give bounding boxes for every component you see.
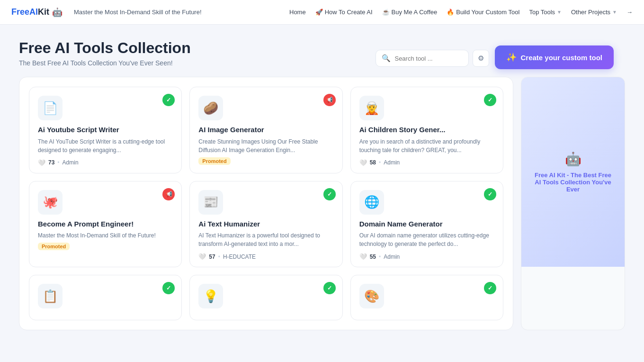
tool-card[interactable]: ✓ 🌐 Domain Name Generator Our AI domain … <box>350 181 503 268</box>
heart-icon: 🤍 <box>359 253 367 260</box>
tool-card[interactable]: 📢 🐙 Become A Prompt Engineer! Master the… <box>29 181 182 268</box>
card-icon: 🌐 <box>359 190 384 215</box>
search-icon: 🔍 <box>382 54 391 63</box>
coffee-label: Buy Me A Coffee <box>392 9 438 16</box>
rocket-icon: 🚀 <box>315 9 323 16</box>
search-bar-wrap: 🔍 ⚙ <box>376 50 489 67</box>
tool-card[interactable]: ✓ 📰 Ai Text Humanizer AI Text Humanizer … <box>189 181 342 268</box>
card-icon: 📋 <box>38 284 63 308</box>
like-count: 58 <box>370 159 376 166</box>
sidebar-ad-content: 🤖 Free AI Kit - The Best Free AI Tools C… <box>521 77 625 267</box>
card-icon: 📰 <box>198 190 223 215</box>
card-badge: ✓ <box>484 94 496 106</box>
nav-custom-tool[interactable]: 🔥 Build Your Custom Tool <box>447 9 519 16</box>
card-icon: 🧝 <box>359 96 384 120</box>
card-footer: 🤍 58 • Admin <box>359 159 494 166</box>
page-header: Free AI Tools Collection The Best Free A… <box>0 25 644 77</box>
filter-button[interactable]: ⚙ <box>473 50 489 67</box>
create-custom-tool-button[interactable]: ✨ Create your custom tool <box>495 45 614 69</box>
card-footer: 🤍 55 • Admin <box>359 253 494 260</box>
dot-separator: • <box>218 253 220 260</box>
like-count: 57 <box>209 253 215 260</box>
card-icon: 📄 <box>38 96 63 120</box>
card-desc: AI Text Humanizer is a powerful tool des… <box>198 231 333 248</box>
card-icon: 💡 <box>198 284 223 308</box>
card-title: AI Image Generator <box>198 125 333 135</box>
card-icon: 🥔 <box>198 96 223 120</box>
card-footer: 🤍 73 • Admin <box>38 159 173 166</box>
sidebar-ad: 🤖 Free AI Kit - The Best Free AI Tools C… <box>521 77 625 330</box>
card-title: Become A Prompt Engineer! <box>38 219 173 229</box>
tools-grid: ✓ 📄 Ai Youtube Script Writer The AI YouT… <box>29 87 503 320</box>
like-count: 55 <box>370 253 376 260</box>
card-badge: 📢 <box>323 94 336 106</box>
card-badge: ✓ <box>162 94 175 106</box>
card-desc: Our AI domain name generator utilizes cu… <box>359 231 494 248</box>
heart-icon: 🤍 <box>198 253 206 260</box>
coffee-icon: ☕ <box>382 9 390 16</box>
tool-card[interactable]: ✓ 🎨 <box>350 275 503 320</box>
tool-card[interactable]: ✓ 💡 <box>189 275 342 320</box>
main-content: ✓ 📄 Ai Youtube Script Writer The AI YouT… <box>0 77 644 349</box>
nav-top-tools[interactable]: Top Tools ▼ <box>529 9 562 16</box>
how-to-label: How To Create AI <box>325 9 373 16</box>
author-name: H-EDUCATE <box>223 253 256 260</box>
like-count: 73 <box>48 159 54 166</box>
logo-text: FreeAIKit <box>11 7 49 17</box>
login-button[interactable]: → <box>626 9 633 16</box>
card-title: Ai Text Humanizer <box>198 219 333 229</box>
filter-icon: ⚙ <box>478 54 484 62</box>
tool-card[interactable]: ✓ 📋 <box>29 275 182 320</box>
dot-separator: • <box>57 159 59 166</box>
card-desc: Master the Most In-Demand Skill of the F… <box>38 231 173 240</box>
other-projects-chevron-icon: ▼ <box>612 9 617 15</box>
search-input[interactable] <box>394 55 463 62</box>
ad-title: Free AI Kit - The Best Free AI Tools Col… <box>531 172 615 193</box>
card-badge: ✓ <box>323 188 336 200</box>
search-bar: 🔍 <box>376 50 469 67</box>
card-icon: 🐙 <box>38 190 63 215</box>
tool-card[interactable]: ✓ 🧝 Ai Children Story Gener... Are you i… <box>350 87 503 173</box>
nav-tagline: Master the Most In-Demand Skill of the F… <box>74 9 202 16</box>
nav-home[interactable]: Home <box>289 9 306 16</box>
sparkle-icon: ✨ <box>506 52 517 63</box>
fire-icon: 🔥 <box>447 9 454 16</box>
author-name: Admin <box>63 159 79 166</box>
card-badge: ✓ <box>323 282 336 294</box>
top-tools-label: Top Tools <box>529 9 555 16</box>
dot-separator: • <box>379 253 381 260</box>
nav-coffee[interactable]: ☕ Buy Me A Coffee <box>382 9 438 16</box>
other-projects-label: Other Projects <box>571 9 610 16</box>
dot-separator: • <box>379 159 381 166</box>
nav-links: Home 🚀 How To Create AI ☕ Buy Me A Coffe… <box>289 9 633 16</box>
heart-icon: 🤍 <box>359 159 367 166</box>
navbar: FreeAIKit 🤖 Master the Most In-Demand Sk… <box>0 0 644 25</box>
ad-robot-icon: 🤖 <box>565 151 581 167</box>
nav-how-to[interactable]: 🚀 How To Create AI <box>315 9 373 16</box>
card-badge: ✓ <box>484 282 496 294</box>
home-label: Home <box>289 9 306 16</box>
tools-grid-wrap: ✓ 📄 Ai Youtube Script Writer The AI YouT… <box>19 77 513 330</box>
card-badge: 📢 <box>162 188 175 200</box>
card-badge: ✓ <box>162 282 175 294</box>
page-title-block: Free AI Tools Collection The Best Free A… <box>19 40 191 67</box>
tool-card[interactable]: ✓ 📄 Ai Youtube Script Writer The AI YouT… <box>29 87 182 173</box>
card-title: Ai Children Story Gener... <box>359 125 494 135</box>
site-logo[interactable]: FreeAIKit 🤖 <box>11 7 63 18</box>
card-title: Ai Youtube Script Writer <box>38 125 173 135</box>
author-name: Admin <box>384 253 400 260</box>
page-title: Free AI Tools Collection <box>19 40 191 56</box>
custom-tool-label: Build Your Custom Tool <box>456 9 519 16</box>
logo-robot-icon: 🤖 <box>52 7 63 18</box>
tool-card[interactable]: 📢 🥔 AI Image Generator Create Stunning I… <box>189 87 342 173</box>
card-desc: The AI YouTube Script Writer is a cuttin… <box>38 137 173 154</box>
author-name: Admin <box>384 159 400 166</box>
card-icon: 🎨 <box>359 284 384 308</box>
card-title: Domain Name Generator <box>359 219 494 229</box>
nav-other-projects[interactable]: Other Projects ▼ <box>571 9 617 16</box>
page-subtitle: The Best Free AI Tools Collection You've… <box>19 59 191 67</box>
card-badge: ✓ <box>484 188 496 200</box>
card-footer: 🤍 57 • H-EDUCATE <box>198 253 333 260</box>
heart-icon: 🤍 <box>38 159 45 166</box>
promoted-badge: Promoted <box>38 243 70 250</box>
